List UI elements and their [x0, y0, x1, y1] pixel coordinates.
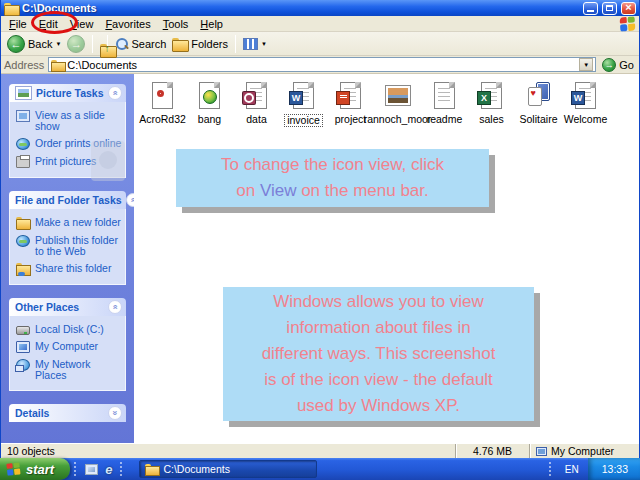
- internet-explorer-icon[interactable]: e: [105, 463, 112, 476]
- task-pane-sidebar: Picture Tasks » View as a slide show Ord…: [1, 74, 134, 443]
- file-folder-tasks-header[interactable]: File and Folder Tasks »: [9, 191, 126, 209]
- close-button[interactable]: ×: [621, 2, 636, 15]
- panel-picture-tasks: Picture Tasks » View as a slide show Ord…: [9, 84, 126, 178]
- share-folder-icon: [16, 263, 30, 275]
- slideshow-icon: [16, 110, 30, 122]
- menu-item-file[interactable]: File: [3, 18, 33, 30]
- window-title: C:\Documents: [22, 2, 579, 14]
- file-item-selected[interactable]: W invoice: [280, 79, 327, 127]
- annotation-icon-view-info: Windows allows you to view information a…: [223, 287, 534, 421]
- task-button-label: C:\Documents: [163, 463, 230, 475]
- picture-tasks-watermark: [91, 141, 125, 181]
- start-button[interactable]: start: [0, 458, 70, 480]
- windows-logo-icon: [620, 16, 636, 31]
- status-object-count: 10 objects: [1, 444, 455, 458]
- go-arrow-icon: →: [602, 58, 616, 72]
- restore-button[interactable]: [602, 2, 617, 15]
- search-label: Search: [131, 38, 166, 50]
- status-bar: 10 objects 4.76 MB My Computer: [1, 443, 639, 458]
- taskbar-button-documents[interactable]: C:\Documents: [139, 460, 317, 478]
- address-label: Address: [4, 59, 44, 71]
- file-list-area[interactable]: AcroRd32 bang data W invoice: [134, 74, 639, 443]
- menu-item-edit[interactable]: Edit: [33, 18, 64, 30]
- quick-launch-bar: e: [81, 463, 116, 476]
- back-dropdown-icon[interactable]: ▼: [55, 41, 61, 47]
- tray-handle: [549, 462, 552, 476]
- status-total-size: 4.76 MB: [455, 444, 529, 458]
- file-item[interactable]: ♥ Solitaire: [515, 79, 562, 127]
- file-item[interactable]: rannoch_moor: [374, 79, 421, 127]
- task-folder-icon: [145, 464, 158, 474]
- go-button[interactable]: → Go: [600, 58, 636, 72]
- address-dropdown-button[interactable]: ▼: [579, 58, 593, 71]
- address-input[interactable]: C:\Documents ▼: [48, 57, 596, 72]
- file-item[interactable]: AcroRd32: [139, 79, 186, 127]
- network-places-icon: [16, 359, 30, 371]
- search-button[interactable]: Search: [113, 37, 168, 50]
- playing-cards-icon: ♥: [523, 79, 555, 111]
- my-computer-zone-icon: [536, 447, 547, 456]
- collapse-chevron-icon[interactable]: »: [108, 300, 122, 314]
- minimize-button[interactable]: [583, 2, 598, 15]
- folders-button[interactable]: Folders: [170, 38, 230, 50]
- publish-web-icon: [16, 235, 30, 247]
- printer-icon: [16, 156, 30, 168]
- link-local-disk[interactable]: Local Disk (C:): [16, 323, 122, 335]
- address-folder-icon: [51, 60, 64, 70]
- other-places-body: Local Disk (C:) My Computer My Network P…: [9, 316, 126, 391]
- text-doc-icon: [429, 79, 461, 111]
- language-indicator[interactable]: EN: [556, 464, 588, 475]
- menu-item-tools[interactable]: Tools: [157, 18, 195, 30]
- menu-item-favorites[interactable]: Favorites: [99, 18, 156, 30]
- image-thumbnail-icon: [382, 79, 414, 111]
- menu-item-view[interactable]: View: [64, 18, 100, 30]
- window-body: Picture Tasks » View as a slide show Ord…: [1, 74, 639, 443]
- forward-arrow-icon: →: [67, 35, 85, 53]
- other-places-header[interactable]: Other Places »: [9, 298, 126, 316]
- title-bar[interactable]: C:\Documents ×: [1, 0, 639, 16]
- forward-button[interactable]: →: [65, 35, 87, 53]
- link-share-folder[interactable]: Share this folder: [16, 262, 122, 275]
- picture-tasks-body: View as a slide show Order prints online…: [9, 102, 126, 178]
- collapse-chevron-icon[interactable]: »: [108, 86, 122, 100]
- toolbar-separator: [235, 35, 236, 53]
- link-publish-folder[interactable]: Publish this folder to the Web: [16, 234, 122, 257]
- collapse-chevron-icon[interactable]: »: [126, 193, 134, 207]
- picture-tasks-header[interactable]: Picture Tasks »: [9, 84, 126, 102]
- details-header[interactable]: Details »: [9, 404, 126, 422]
- my-computer-icon: [16, 341, 30, 353]
- show-desktop-icon[interactable]: [85, 464, 98, 475]
- annotation-change-view: To change the icon view, click on View o…: [176, 149, 489, 207]
- acrobat-icon: [147, 79, 179, 111]
- new-folder-icon: [16, 217, 30, 229]
- powerpoint-doc-icon: [335, 79, 367, 111]
- link-my-computer[interactable]: My Computer: [16, 340, 122, 353]
- file-item[interactable]: W Welcome: [562, 79, 609, 127]
- back-button[interactable]: ← Back ▼: [5, 35, 63, 53]
- file-item[interactable]: X sales: [468, 79, 515, 127]
- explorer-window: C:\Documents × File Edit View Favorites …: [0, 0, 640, 458]
- status-zone: My Computer: [529, 444, 639, 458]
- annotation-view-highlight: View: [260, 181, 297, 200]
- taskbar-handle[interactable]: [120, 462, 123, 476]
- views-button[interactable]: ▼: [241, 38, 269, 50]
- go-label: Go: [619, 59, 634, 71]
- excel-doc-icon: X: [476, 79, 508, 111]
- file-item[interactable]: data: [233, 79, 280, 127]
- link-my-network-places[interactable]: My Network Places: [16, 358, 122, 381]
- link-make-new-folder[interactable]: Make a new folder: [16, 216, 122, 229]
- expand-chevron-icon[interactable]: »: [108, 406, 122, 420]
- panel-file-folder-tasks: File and Folder Tasks » Make a new folde…: [9, 191, 126, 285]
- file-item[interactable]: readme: [421, 79, 468, 127]
- back-arrow-icon: ←: [7, 35, 25, 53]
- quick-launch-handle[interactable]: [74, 462, 77, 476]
- taskbar: start e C:\Documents EN 13:33: [0, 458, 640, 480]
- desktop: C:\Documents × File Edit View Favorites …: [0, 0, 640, 480]
- menu-item-help[interactable]: Help: [194, 18, 229, 30]
- up-arrow-icon: ↑: [104, 43, 109, 54]
- standard-toolbar: ← Back ▼ → ↑ Search Folders: [1, 32, 639, 56]
- file-item[interactable]: bang: [186, 79, 233, 127]
- clock[interactable]: 13:33: [602, 463, 628, 475]
- back-label: Back: [28, 38, 52, 50]
- link-view-slideshow[interactable]: View as a slide show: [16, 109, 122, 132]
